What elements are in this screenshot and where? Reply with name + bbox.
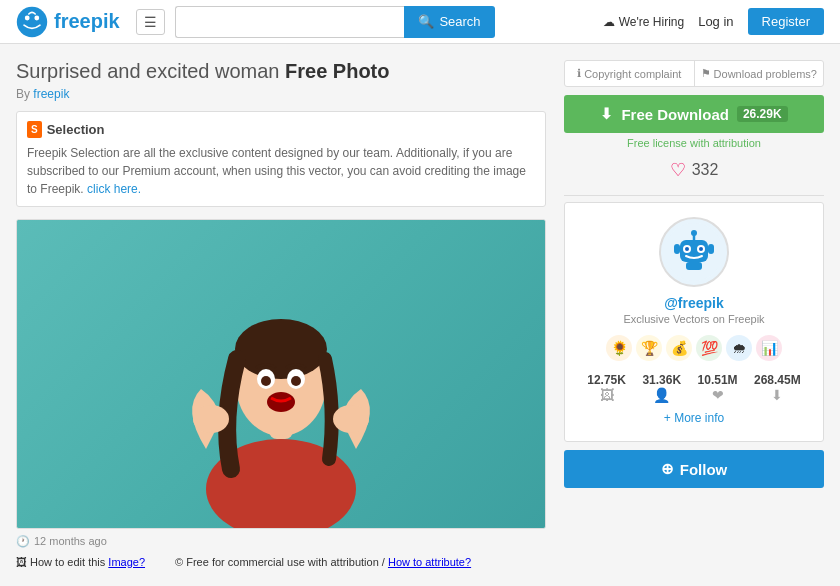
attribute-link[interactable]: How to attribute? (388, 556, 471, 568)
stat-downloads: 268.45M ⬇ (754, 373, 801, 403)
copyright-icon: © (175, 556, 183, 568)
search-input[interactable] (175, 6, 405, 38)
svg-point-13 (333, 405, 369, 433)
follow-plus-icon: ⊕ (661, 460, 674, 478)
like-row: ♡ 332 (564, 159, 824, 181)
click-here-link[interactable]: click here. (87, 182, 141, 196)
author-icons: 🌻 🏆 💰 💯 🌧 📊 (579, 335, 809, 361)
svg-rect-24 (686, 262, 702, 270)
svg-point-9 (261, 376, 271, 386)
search-icon: 🔍 (418, 14, 434, 29)
like-count: 332 (692, 161, 719, 179)
sidebar: ℹ Copyright complaint ⚑ Download problem… (564, 60, 824, 568)
author-icon-chart: 📊 (756, 335, 782, 361)
stat-likes: 10.51M ❤ (698, 373, 738, 403)
register-button[interactable]: Register (748, 8, 824, 35)
side-top-bar: ℹ Copyright complaint ⚑ Download problem… (564, 60, 824, 87)
page-body: Surprised and excited woman Free Photo B… (0, 44, 840, 568)
header: freepik ☰ 🔍 Search ☁ We're Hiring Log in… (0, 0, 840, 44)
author-icon-cloud: 🌧 (726, 335, 752, 361)
likes-stat-icon: ❤ (698, 387, 738, 403)
search-bar: 🔍 Search (175, 6, 495, 38)
followers-stat-icon: 👤 (642, 387, 681, 403)
edit-link-item: 🖼 How to edit this Image? (16, 556, 145, 568)
download-problems-btn[interactable]: ⚑ Download problems? (695, 61, 824, 86)
woman-illustration (151, 219, 411, 529)
author-icon-coin: 💰 (666, 335, 692, 361)
svg-point-12 (193, 405, 229, 433)
attribution-link-item: © Free for commercial use with attributi… (175, 556, 471, 568)
download-icon: ⬇ (600, 105, 613, 123)
photo-wrapper (16, 219, 546, 529)
author-line: By freepik (16, 87, 546, 101)
selection-box: S Selection Freepik Selection are all th… (16, 111, 546, 207)
svg-point-1 (25, 15, 30, 20)
image-link[interactable]: Image? (108, 556, 145, 568)
selection-text: Freepik Selection are all the exclusive … (27, 144, 535, 198)
author-name[interactable]: @freepik (579, 295, 809, 311)
menu-button[interactable]: ☰ (136, 9, 165, 35)
images-stat-icon: 🖼 (587, 387, 626, 403)
stat-followers: 31.36K 👤 (642, 373, 681, 403)
hiring-link[interactable]: ☁ We're Hiring (603, 15, 684, 29)
selection-badge: S (27, 121, 42, 138)
svg-point-0 (17, 6, 47, 36)
download-button[interactable]: ⬇ Free Download 26.29K (564, 95, 824, 133)
author-icon-trophy: 🏆 (636, 335, 662, 361)
svg-point-21 (691, 230, 697, 236)
main-column: Surprised and excited woman Free Photo B… (16, 60, 546, 568)
copyright-complaint-btn[interactable]: ℹ Copyright complaint (565, 61, 695, 86)
heart-icon: ♡ (670, 159, 686, 181)
divider (564, 195, 824, 196)
svg-point-10 (291, 376, 301, 386)
cloud-icon: ☁ (603, 15, 615, 29)
author-icon-flower: 🌻 (606, 335, 632, 361)
author-icon-hundred: 💯 (696, 335, 722, 361)
info-icon: ℹ (577, 67, 581, 80)
svg-point-18 (685, 247, 689, 251)
author-link[interactable]: freepik (33, 87, 69, 101)
svg-rect-22 (674, 244, 680, 254)
svg-point-6 (235, 319, 327, 379)
follow-button[interactable]: ⊕ Follow (564, 450, 824, 488)
author-avatar-image (664, 222, 724, 282)
login-link[interactable]: Log in (698, 14, 733, 29)
downloads-stat-icon: ⬇ (754, 387, 801, 403)
svg-point-19 (699, 247, 703, 251)
image-edit-icon: 🖼 (16, 556, 27, 568)
author-avatar (659, 217, 729, 287)
logo: freepik (16, 6, 120, 38)
more-info-link[interactable]: + More info (579, 411, 809, 425)
author-card: @freepik Exclusive Vectors on Freepik 🌻 … (564, 202, 824, 442)
selection-header: S Selection (27, 120, 535, 140)
flag-icon: ⚑ (701, 67, 711, 80)
svg-point-2 (34, 15, 39, 20)
stat-images: 12.75K 🖼 (587, 373, 626, 403)
download-sublabel: Free license with attribution (564, 137, 824, 149)
photo-title: Surprised and excited woman Free Photo (16, 60, 546, 83)
logo-text: freepik (54, 10, 120, 33)
header-right: ☁ We're Hiring Log in Register (603, 8, 824, 35)
bottom-links: 🖼 How to edit this Image? © Free for com… (16, 556, 546, 568)
photo-image (17, 220, 545, 528)
freepik-logo-icon (16, 6, 48, 38)
clock-icon: 🕐 (16, 535, 30, 548)
svg-rect-23 (708, 244, 714, 254)
author-stats: 12.75K 🖼 31.36K 👤 10.51M ❤ 268.45M ⬇ (579, 373, 809, 403)
timestamp: 🕐 12 months ago (16, 535, 546, 548)
search-button[interactable]: 🔍 Search (404, 6, 494, 38)
author-desc: Exclusive Vectors on Freepik (579, 313, 809, 325)
